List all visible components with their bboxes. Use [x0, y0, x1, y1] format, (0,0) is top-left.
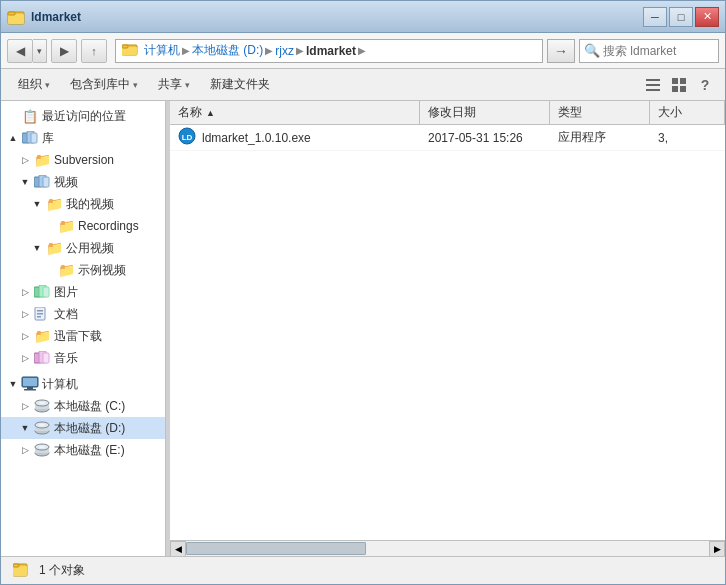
- organize-button[interactable]: 组织 ▾: [9, 72, 59, 98]
- sidebar-item-thunder[interactable]: ▷ 📁 迅雷下载: [1, 325, 165, 347]
- svg-rect-30: [23, 378, 37, 386]
- sidebar-item-my-video[interactable]: ▼ 📁 我的视频: [1, 193, 165, 215]
- public-video-icon: 📁: [45, 239, 63, 257]
- new-folder-button[interactable]: 新建文件夹: [201, 72, 279, 98]
- close-button[interactable]: ✕: [695, 7, 719, 27]
- sidebar-item-sample-video[interactable]: 📁 示例视频: [1, 259, 165, 281]
- scrollbar-track[interactable]: [186, 541, 709, 556]
- up-button[interactable]: ↑: [81, 39, 107, 63]
- expand-drive-c: ▷: [17, 401, 33, 411]
- new-folder-label: 新建文件夹: [210, 76, 270, 93]
- breadcrumb-computer[interactable]: 计算机: [144, 42, 180, 59]
- sidebar-item-recordings[interactable]: 📁 Recordings: [1, 215, 165, 237]
- toolbar: 组织 ▾ 包含到库中 ▾ 共享 ▾ 新建文件夹: [1, 69, 725, 101]
- expand-drive-e: ▷: [17, 445, 33, 455]
- file-size-cell: 3,: [650, 131, 725, 145]
- recent-icon: 📋: [21, 107, 39, 125]
- scrollbar-thumb[interactable]: [186, 542, 366, 555]
- expand-public-video: ▼: [29, 243, 45, 253]
- include-label: 包含到库中: [70, 76, 130, 93]
- sidebar-item-drive-d[interactable]: ▼ 本地磁盘 (D:): [1, 417, 165, 439]
- sidebar-item-public-video[interactable]: ▼ 📁 公用视频: [1, 237, 165, 259]
- file-name-cell: LD ldmarket_1.0.10.exe: [170, 127, 420, 148]
- breadcrumb[interactable]: 计算机 ▶ 本地磁盘 (D:) ▶ rjxz ▶ ldmarket ▶: [115, 39, 543, 63]
- back-dropdown[interactable]: ▾: [33, 39, 47, 63]
- maximize-button[interactable]: □: [669, 7, 693, 27]
- my-video-label: 我的视频: [66, 196, 114, 213]
- col-header-size[interactable]: 大小: [650, 101, 725, 124]
- file-date-cell: 2017-05-31 15:26: [420, 131, 550, 145]
- col-header-type[interactable]: 类型: [550, 101, 650, 124]
- sidebar-item-drive-e[interactable]: ▷ 本地磁盘 (E:): [1, 439, 165, 461]
- go-button[interactable]: →: [547, 39, 575, 63]
- content-area: 名称 ▲ 修改日期 类型 大小: [170, 101, 725, 556]
- sidebar-item-recent[interactable]: 📋 最近访问的位置: [1, 105, 165, 127]
- expand-thunder: ▷: [17, 331, 33, 341]
- svg-point-44: [39, 446, 45, 448]
- breadcrumb-rjxz[interactable]: rjxz: [275, 44, 294, 58]
- table-row[interactable]: LD ldmarket_1.0.10.exe 2017-05-31 15:26 …: [170, 125, 725, 151]
- sidebar-item-video[interactable]: ▼ 视频: [1, 171, 165, 193]
- col-size-label: 大小: [658, 104, 682, 121]
- scroll-left-button[interactable]: ◀: [170, 541, 186, 557]
- svg-rect-21: [43, 287, 49, 297]
- share-button[interactable]: 共享 ▾: [149, 72, 199, 98]
- svg-rect-12: [680, 86, 686, 92]
- svg-rect-9: [672, 78, 678, 84]
- svg-rect-6: [646, 79, 660, 81]
- expand-computer: ▼: [5, 379, 21, 389]
- expand-library: ▲: [5, 133, 21, 143]
- computer-icon: [21, 375, 39, 393]
- breadcrumb-current: ldmarket: [306, 44, 356, 58]
- col-header-date[interactable]: 修改日期: [420, 101, 550, 124]
- window-title: ldmarket: [31, 10, 643, 24]
- minimize-button[interactable]: ─: [643, 7, 667, 27]
- expand-my-video: ▼: [29, 199, 45, 209]
- sidebar-item-music[interactable]: ▷ 音乐: [1, 347, 165, 369]
- breadcrumb-drive-d[interactable]: 本地磁盘 (D:): [192, 42, 263, 59]
- sidebar-item-computer[interactable]: ▼ 计算机: [1, 373, 165, 395]
- sidebar-item-docs[interactable]: ▷ 文档: [1, 303, 165, 325]
- view-list-icon[interactable]: [641, 73, 665, 97]
- video-icon: [33, 173, 51, 191]
- sidebar-item-library[interactable]: ▲ 库: [1, 127, 165, 149]
- expand-docs: ▷: [17, 309, 33, 319]
- horizontal-scrollbar[interactable]: ◀ ▶: [170, 540, 725, 556]
- library-icon: [21, 129, 39, 147]
- search-input[interactable]: [603, 44, 726, 58]
- subversion-label: Subversion: [54, 153, 114, 167]
- docs-label: 文档: [54, 306, 78, 323]
- music-label: 音乐: [54, 350, 78, 367]
- thunder-icon: 📁: [33, 327, 51, 345]
- pictures-icon: [33, 283, 51, 301]
- search-box[interactable]: 🔍: [579, 39, 719, 63]
- include-button[interactable]: 包含到库中 ▾: [61, 72, 147, 98]
- sidebar-item-subversion[interactable]: ▷ 📁 Subversion: [1, 149, 165, 171]
- col-header-name[interactable]: 名称 ▲: [170, 101, 420, 124]
- svg-rect-24: [37, 313, 43, 315]
- back-button[interactable]: ◀: [7, 39, 33, 63]
- forward-button[interactable]: ▶: [51, 39, 77, 63]
- col-date-label: 修改日期: [428, 104, 476, 121]
- window-icon: [7, 8, 25, 26]
- sidebar-item-pictures[interactable]: ▷ 图片: [1, 281, 165, 303]
- include-arrow: ▾: [133, 80, 138, 90]
- my-video-icon: 📁: [45, 195, 63, 213]
- view-tiles-icon[interactable]: [667, 73, 691, 97]
- help-label: ?: [701, 77, 710, 93]
- share-arrow: ▾: [185, 80, 190, 90]
- svg-rect-2: [8, 12, 15, 15]
- status-bar: 1 个对象: [1, 556, 725, 584]
- sidebar-item-drive-c[interactable]: ▷ 本地磁盘 (C:): [1, 395, 165, 417]
- music-icon: [33, 349, 51, 367]
- drive-d-icon: [33, 419, 51, 437]
- library-label: 库: [42, 130, 54, 147]
- computer-label: 计算机: [42, 376, 78, 393]
- sample-video-icon: 📁: [57, 261, 75, 279]
- subversion-icon: 📁: [33, 151, 51, 169]
- help-button[interactable]: ?: [693, 73, 717, 97]
- svg-rect-23: [37, 310, 43, 312]
- main-area: 📋 最近访问的位置 ▲ 库 ▷ 📁 Subversio: [1, 101, 725, 556]
- svg-rect-15: [31, 133, 37, 143]
- scroll-right-button[interactable]: ▶: [709, 541, 725, 557]
